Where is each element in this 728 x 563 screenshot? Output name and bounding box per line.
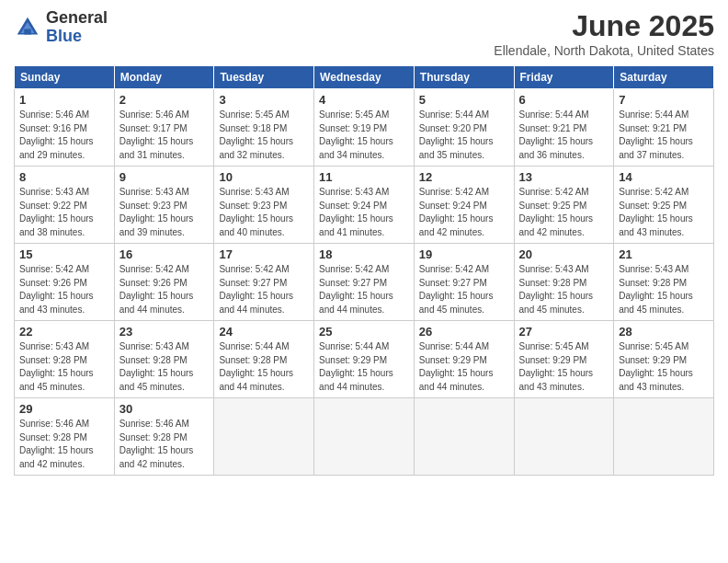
svg-rect-2 bbox=[24, 29, 31, 34]
day-number: 2 bbox=[119, 93, 210, 107]
day-number: 5 bbox=[419, 93, 509, 107]
table-row: 8 Sunrise: 5:43 AMSunset: 9:22 PMDayligh… bbox=[15, 167, 115, 244]
table-row: 14 Sunrise: 5:42 AMSunset: 9:25 PMDaylig… bbox=[614, 167, 714, 244]
day-info: Sunrise: 5:46 AMSunset: 9:28 PMDaylight:… bbox=[119, 419, 194, 469]
table-row: 25 Sunrise: 5:44 AMSunset: 9:29 PMDaylig… bbox=[314, 321, 415, 398]
table-row: 28 Sunrise: 5:45 AMSunset: 9:29 PMDaylig… bbox=[614, 321, 714, 398]
calendar-header-row: Sunday Monday Tuesday Wednesday Thursday… bbox=[15, 66, 714, 89]
day-number: 7 bbox=[619, 93, 709, 107]
table-row: 27 Sunrise: 5:45 AMSunset: 9:29 PMDaylig… bbox=[514, 321, 614, 398]
table-row: 2 Sunrise: 5:46 AMSunset: 9:17 PMDayligh… bbox=[114, 89, 214, 167]
day-info: Sunrise: 5:42 AMSunset: 9:25 PMDaylight:… bbox=[619, 187, 693, 237]
day-number: 11 bbox=[319, 170, 409, 184]
logo: General Blue bbox=[14, 9, 108, 46]
day-number: 10 bbox=[219, 170, 309, 184]
day-info: Sunrise: 5:43 AMSunset: 9:28 PMDaylight:… bbox=[619, 264, 693, 315]
header-wednesday: Wednesday bbox=[314, 66, 415, 89]
title-block: June 2025 Ellendale, North Dakota, Unite… bbox=[494, 9, 714, 58]
day-info: Sunrise: 5:42 AMSunset: 9:27 PMDaylight:… bbox=[219, 264, 293, 315]
day-number: 28 bbox=[619, 325, 709, 339]
header-thursday: Thursday bbox=[414, 66, 514, 89]
table-row: 12 Sunrise: 5:42 AMSunset: 9:24 PMDaylig… bbox=[414, 167, 514, 244]
table-row: 26 Sunrise: 5:44 AMSunset: 9:29 PMDaylig… bbox=[414, 321, 514, 398]
header-sunday: Sunday bbox=[15, 66, 115, 89]
table-row: 19 Sunrise: 5:42 AMSunset: 9:27 PMDaylig… bbox=[414, 244, 514, 321]
table-row: 5 Sunrise: 5:44 AMSunset: 9:20 PMDayligh… bbox=[414, 89, 514, 167]
table-row: 13 Sunrise: 5:42 AMSunset: 9:25 PMDaylig… bbox=[514, 167, 614, 244]
location: Ellendale, North Dakota, United States bbox=[494, 43, 714, 58]
day-number: 12 bbox=[419, 170, 509, 184]
table-row: 30 Sunrise: 5:46 AMSunset: 9:28 PMDaylig… bbox=[114, 398, 214, 476]
table-row: 21 Sunrise: 5:43 AMSunset: 9:28 PMDaylig… bbox=[614, 244, 714, 321]
calendar-table: Sunday Monday Tuesday Wednesday Thursday… bbox=[14, 65, 714, 476]
table-row: 18 Sunrise: 5:42 AMSunset: 9:27 PMDaylig… bbox=[314, 244, 415, 321]
day-info: Sunrise: 5:46 AMSunset: 9:28 PMDaylight:… bbox=[19, 419, 94, 469]
table-row: 24 Sunrise: 5:44 AMSunset: 9:28 PMDaylig… bbox=[214, 321, 314, 398]
month-title: June 2025 bbox=[494, 9, 714, 43]
table-row: 29 Sunrise: 5:46 AMSunset: 9:28 PMDaylig… bbox=[15, 398, 115, 476]
table-row: 11 Sunrise: 5:43 AMSunset: 9:24 PMDaylig… bbox=[314, 167, 415, 244]
table-row bbox=[214, 398, 314, 476]
day-info: Sunrise: 5:42 AMSunset: 9:27 PMDaylight:… bbox=[419, 264, 494, 315]
table-row: 22 Sunrise: 5:43 AMSunset: 9:28 PMDaylig… bbox=[15, 321, 115, 398]
day-number: 1 bbox=[19, 93, 109, 107]
day-info: Sunrise: 5:45 AMSunset: 9:18 PMDaylight:… bbox=[219, 109, 293, 160]
table-row: 17 Sunrise: 5:42 AMSunset: 9:27 PMDaylig… bbox=[214, 244, 314, 321]
table-row: 9 Sunrise: 5:43 AMSunset: 9:23 PMDayligh… bbox=[114, 167, 214, 244]
day-info: Sunrise: 5:42 AMSunset: 9:24 PMDaylight:… bbox=[419, 187, 494, 237]
day-number: 9 bbox=[119, 170, 210, 184]
day-number: 15 bbox=[19, 247, 109, 261]
table-row: 15 Sunrise: 5:42 AMSunset: 9:26 PMDaylig… bbox=[15, 244, 115, 321]
table-row: 16 Sunrise: 5:42 AMSunset: 9:26 PMDaylig… bbox=[114, 244, 214, 321]
day-info: Sunrise: 5:43 AMSunset: 9:28 PMDaylight:… bbox=[119, 341, 194, 392]
day-number: 30 bbox=[119, 402, 210, 416]
day-info: Sunrise: 5:42 AMSunset: 9:25 PMDaylight:… bbox=[519, 187, 594, 237]
day-info: Sunrise: 5:42 AMSunset: 9:27 PMDaylight:… bbox=[319, 264, 393, 315]
day-number: 22 bbox=[19, 325, 109, 339]
day-number: 14 bbox=[619, 170, 709, 184]
logo-text: General Blue bbox=[46, 9, 108, 46]
day-info: Sunrise: 5:43 AMSunset: 9:23 PMDaylight:… bbox=[219, 187, 293, 237]
table-row: 20 Sunrise: 5:43 AMSunset: 9:28 PMDaylig… bbox=[514, 244, 614, 321]
day-number: 17 bbox=[219, 247, 309, 261]
day-number: 19 bbox=[419, 247, 509, 261]
table-row: 10 Sunrise: 5:43 AMSunset: 9:23 PMDaylig… bbox=[214, 167, 314, 244]
day-info: Sunrise: 5:44 AMSunset: 9:20 PMDaylight:… bbox=[419, 109, 494, 160]
header: General Blue June 2025 Ellendale, North … bbox=[14, 9, 714, 58]
table-row: 3 Sunrise: 5:45 AMSunset: 9:18 PMDayligh… bbox=[214, 89, 314, 167]
day-info: Sunrise: 5:44 AMSunset: 9:21 PMDaylight:… bbox=[519, 109, 594, 160]
day-info: Sunrise: 5:44 AMSunset: 9:29 PMDaylight:… bbox=[319, 341, 393, 392]
table-row: 1 Sunrise: 5:46 AMSunset: 9:16 PMDayligh… bbox=[15, 89, 115, 167]
day-number: 23 bbox=[119, 325, 210, 339]
day-info: Sunrise: 5:45 AMSunset: 9:19 PMDaylight:… bbox=[319, 109, 393, 160]
day-number: 27 bbox=[519, 325, 609, 339]
day-info: Sunrise: 5:44 AMSunset: 9:29 PMDaylight:… bbox=[419, 341, 494, 392]
header-friday: Friday bbox=[514, 66, 614, 89]
day-number: 13 bbox=[519, 170, 609, 184]
day-info: Sunrise: 5:42 AMSunset: 9:26 PMDaylight:… bbox=[19, 264, 94, 315]
day-number: 20 bbox=[519, 247, 609, 261]
day-info: Sunrise: 5:43 AMSunset: 9:22 PMDaylight:… bbox=[19, 187, 94, 237]
table-row bbox=[614, 398, 714, 476]
header-tuesday: Tuesday bbox=[214, 66, 314, 89]
day-number: 29 bbox=[19, 402, 109, 416]
day-number: 25 bbox=[319, 325, 409, 339]
page: General Blue June 2025 Ellendale, North … bbox=[0, 0, 728, 563]
table-row: 23 Sunrise: 5:43 AMSunset: 9:28 PMDaylig… bbox=[114, 321, 214, 398]
day-number: 8 bbox=[19, 170, 109, 184]
header-saturday: Saturday bbox=[614, 66, 714, 89]
day-info: Sunrise: 5:46 AMSunset: 9:16 PMDaylight:… bbox=[19, 109, 94, 160]
day-info: Sunrise: 5:43 AMSunset: 9:23 PMDaylight:… bbox=[119, 187, 194, 237]
table-row bbox=[414, 398, 514, 476]
table-row: 7 Sunrise: 5:44 AMSunset: 9:21 PMDayligh… bbox=[614, 89, 714, 167]
day-number: 6 bbox=[519, 93, 609, 107]
day-number: 26 bbox=[419, 325, 509, 339]
day-info: Sunrise: 5:44 AMSunset: 9:21 PMDaylight:… bbox=[619, 109, 693, 160]
day-number: 21 bbox=[619, 247, 709, 261]
day-number: 24 bbox=[219, 325, 309, 339]
day-info: Sunrise: 5:43 AMSunset: 9:24 PMDaylight:… bbox=[319, 187, 393, 237]
header-monday: Monday bbox=[114, 66, 214, 89]
day-number: 4 bbox=[319, 93, 409, 107]
table-row bbox=[514, 398, 614, 476]
day-info: Sunrise: 5:43 AMSunset: 9:28 PMDaylight:… bbox=[19, 341, 94, 392]
